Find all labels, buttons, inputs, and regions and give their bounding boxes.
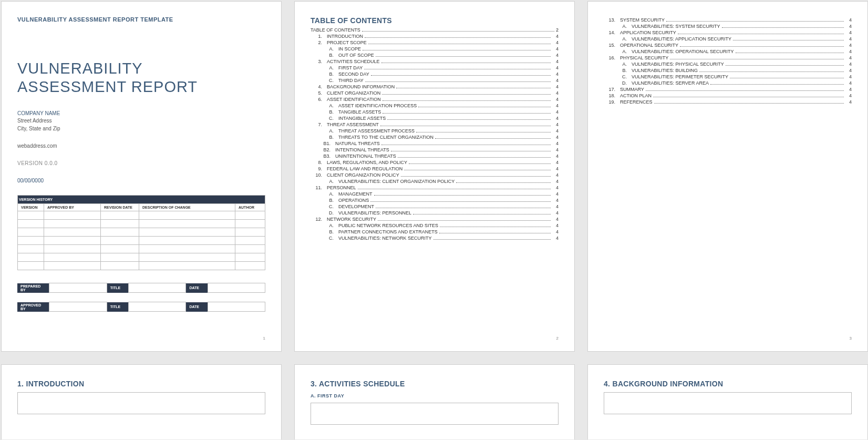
document-title-line-2: ASSESSMENT REPORT [17,78,198,95]
toc-page: 4 [552,185,559,190]
toc-label: PROJECT SCOPE [327,40,367,45]
page-number: 3 [604,336,852,341]
toc-entry: A.FIRST DAY4 [311,65,559,70]
toc-number: 5. [311,90,322,96]
toc-label: BACKGROUND INFORMATION [327,84,395,89]
date-label-2: DATE [186,302,208,312]
signoff-table: PREPARED BY TITLE DATE APPROVED BY TITLE… [17,283,265,312]
col-approved: APPROVED BY [44,204,101,211]
toc-label: VULNERABILITIES: APPLICATION SECURITY [632,36,731,42]
toc-entry: 13.SYSTEM SECURITY4 [604,17,852,23]
toc-label: ASSET IDENTIFICATION PROCESS [338,103,417,108]
toc-entry: 4.BACKGROUND INFORMATION4 [311,84,559,89]
page-number: 1 [17,336,265,341]
col-author: AUTHOR [235,204,265,211]
document-title: VULNERABILITY ASSESSMENT REPORT [17,59,265,96]
toc-label: VULNERABILITIES: SERVER AREA [632,80,709,86]
toc-label: VULNERABILITIES: BUILDING [632,68,698,73]
toc-label: SECOND DAY [338,71,369,77]
toc-page: 4 [552,223,559,228]
toc-page: 4 [552,97,559,102]
col-version: VERSION [18,204,44,211]
toc-number: 13. [604,17,615,23]
toc-entry: B1.NATURAL THREATS4 [311,141,559,146]
toc-number: B. [604,68,627,73]
toc-number: A. [604,36,627,42]
toc-entry: 16.PHYSICAL SECURITY4 [604,55,852,60]
toc-number: D. [604,80,627,86]
toc-label: CLIENT ORGANIZATION [327,90,380,96]
toc-entry: A.IN SCOPE4 [311,46,559,52]
toc-label: VULNERABILITIES: OPERATIONAL SECURITY [632,49,734,54]
toc-page: 4 [552,40,559,45]
toc-entry: 17.SUMMARY4 [604,87,852,92]
toc-number: 19. [604,99,615,105]
date-value-2 [208,302,265,312]
document-page-1: VULNERABILITY ASSESSMENT REPORT TEMPLATE… [2,2,281,351]
toc-page: 4 [552,128,559,134]
table-row [18,220,265,228]
toc-label: PARTNER CONNECTIONS AND EXTRANETS [338,229,438,234]
toc-entry: A.VULNERABILITIES: PHYSICAL SECURITY4 [604,62,852,67]
table-row [18,228,265,237]
toc-entry: 8.LAWS, REGULATIONS, AND POLICY4 [311,160,559,165]
toc-label: OPERATIONAL SECURITY [620,43,678,48]
toc-number: A. [604,49,627,54]
toc-label: REFERENCES [620,99,653,105]
toc-entry: D.VULNERABILITIES: PERSONNEL4 [311,210,559,216]
toc-label: ACTION PLAN [620,93,652,98]
toc-entry: A.VULNERABILITIES: CLIENT ORGANIZATION P… [311,179,559,184]
toc-number: B. [311,53,334,58]
toc-label: SUMMARY [620,87,644,92]
toc-number: 3. [311,59,322,64]
toc-page: 4 [552,109,559,115]
col-revision: REVISION DATE [101,204,139,211]
toc-page: 4 [552,166,559,171]
toc-number: 14. [604,30,615,35]
toc-number: A. [311,191,334,197]
toc-entry: B.TANGIBLE ASSETS4 [311,109,559,115]
toc-label: ASSET IDENTIFICATION [327,97,381,102]
version-history-table: VERSION HISTORY VERSION APPROVED BY REVI… [17,195,265,270]
toc-entry: 2.PROJECT SCOPE4 [311,40,559,45]
toc-entry: A.VULNERABILITIES: OPERATIONAL SECURITY4 [604,49,852,54]
toc-number: C. [604,74,627,79]
toc-entry: A.MANAGEMENT4 [311,191,559,197]
toc-entry: B.SECOND DAY4 [311,71,559,77]
toc-number: A. [604,24,627,29]
toc-entry: B.THREATS TO THE CLIENT ORGANIZATION4 [311,135,559,140]
toc-label: THIRD DAY [338,78,364,83]
toc-entry: B2.INTENTIONAL THREATS4 [311,147,559,152]
title-label-1: TITLE [107,283,128,293]
toc-number: A. [311,128,334,134]
toc-entry: 15.OPERATIONAL SECURITY4 [604,43,852,48]
toc-number: A. [311,179,334,184]
table-row [18,253,265,262]
toc-entry: A.VULNERABILITIES: APPLICATION SECURITY4 [604,36,852,42]
toc-number: B. [311,135,334,140]
table-row [18,211,265,220]
toc-entry: 11.PERSONNEL4 [311,185,559,190]
toc-page: 4 [552,204,559,209]
toc-label: OPERATIONS [338,198,369,203]
toc-entry: B.PARTNER CONNECTIONS AND EXTRANETS4 [311,229,559,234]
section-activities: 3. ACTIVITIES SCHEDULE [311,380,559,388]
toc-entry: B.OPERATIONS4 [311,198,559,203]
toc-page: 4 [845,68,852,73]
toc-page: 4 [552,78,559,83]
toc-label: INTANGIBLE ASSETS [338,116,386,121]
prepared-by-value [49,283,107,293]
title-value-2 [128,302,185,312]
toc-entry: B.VULNERABILITIES: BUILDING4 [604,68,852,73]
toc-label: VULNERABILITIES: NETWORK SECURITY [338,236,432,241]
document-page-2: TABLE OF CONTENTS TABLE OF CONTENTS 2 1.… [295,2,574,351]
toc-label: INTRODUCTION [327,34,363,39]
document-header: VULNERABILITY ASSESSMENT REPORT TEMPLATE [17,16,265,23]
toc-number: 9. [311,166,322,171]
toc-label: UNINTENTIONAL THREATS [335,154,396,159]
web-address: webaddress.com [17,143,265,149]
toc-number: B. [311,71,334,77]
toc-number: 11. [311,185,322,190]
toc-entry: A.ASSET IDENTIFICATION PROCESS4 [311,103,559,108]
toc-self-entry: TABLE OF CONTENTS 2 [311,27,559,33]
